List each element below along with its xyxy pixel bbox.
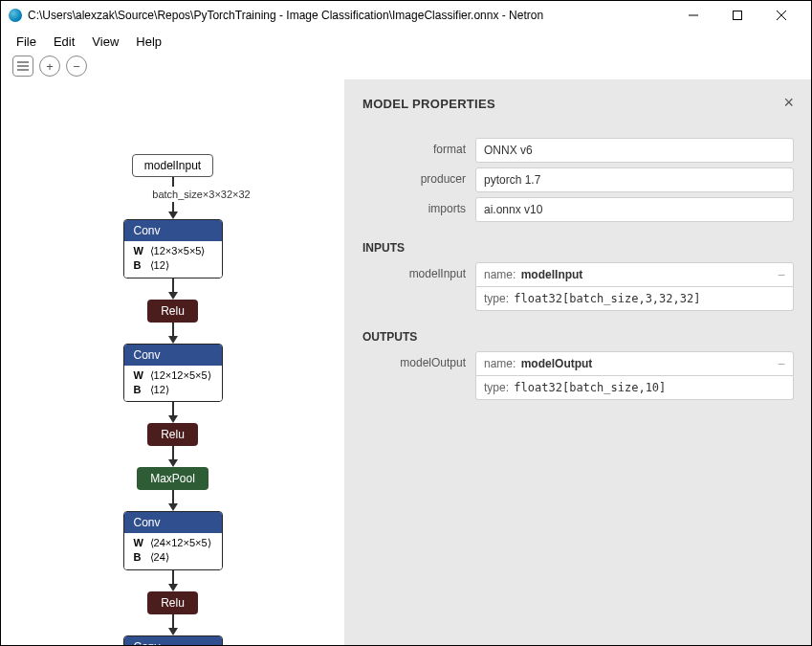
edge [172,177,174,187]
label-modeloutput: modelOutput [362,351,475,369]
layer-body: W ⟨24×12×5×5⟩ B ⟨24⟩ [124,533,222,569]
collapse-icon[interactable]: − [778,267,785,282]
app-icon [9,9,22,22]
layer-title: Conv [124,220,222,241]
minimize-button[interactable] [671,1,715,30]
label-imports: imports [362,197,475,215]
edge [172,570,174,584]
layer-body: W ⟨12×12×5×5⟩ B ⟨12⟩ [124,366,222,402]
section-outputs: OUTPUTS [362,330,794,344]
node-relu3[interactable]: Relu [147,591,198,614]
label-modelinput: modelInput [362,262,475,280]
maximize-button[interactable] [715,1,759,30]
node-relu1[interactable]: Relu [147,300,198,323]
close-button[interactable] [759,1,803,30]
section-inputs: INPUTS [362,241,794,255]
edge [172,278,174,292]
arrowhead-icon [168,628,178,635]
layer-title: Conv [124,636,222,645]
node-relu2[interactable]: Relu [147,423,198,446]
layer-title: Conv [124,512,222,533]
value-producer: pytorch 1.7 [475,167,794,192]
titlebar: C:\Users\alexzak\Source\Repos\PyTorchTra… [1,1,811,30]
node-conv1[interactable]: Conv W ⟨12×3×5×5⟩ B ⟨12⟩ [123,219,223,278]
collapse-icon[interactable]: − [778,356,785,371]
zoom-in-icon[interactable]: + [39,56,60,77]
label-format: format [362,138,475,156]
edge-label: batch_size×3×32×32 [152,189,250,200]
toolbar: + − [1,53,811,79]
window-title: C:\Users\alexzak\Source\Repos\PyTorchTra… [28,9,671,22]
arrowhead-icon [168,336,178,344]
value-input-type: type: float32[batch_size,3,32,32] [475,287,794,311]
zoom-out-icon[interactable]: − [66,56,87,77]
value-input-name: name: modelInput − [475,262,794,287]
window-controls [671,1,803,30]
layer-body: W ⟨12×3×5×5⟩ B ⟨12⟩ [124,241,222,278]
menu-icon[interactable] [12,56,33,77]
edge [172,446,174,459]
edge [172,614,174,628]
menu-edit[interactable]: Edit [46,33,82,51]
menu-view[interactable]: View [84,33,126,51]
svg-rect-1 [734,11,742,20]
arrowhead-icon [168,503,178,511]
value-imports: ai.onnx v10 [475,197,794,222]
value-output-type: type: float32[batch_size,10] [475,376,794,400]
value-output-name: name: modelOutput − [475,351,794,376]
value-format: ONNX v6 [475,138,794,163]
main: modelInput batch_size×3×32×32 Conv W ⟨12… [1,79,811,645]
label-producer: producer [362,167,475,186]
menu-file[interactable]: File [9,33,44,51]
layer-title: Conv [124,345,222,366]
edge [172,323,174,336]
arrowhead-icon [168,459,178,467]
arrowhead-icon [168,292,178,300]
node-conv3[interactable]: Conv W ⟨24×12×5×5⟩ B ⟨24⟩ [123,511,223,570]
node-modelinput[interactable]: modelInput [132,154,213,177]
node-maxpool[interactable]: MaxPool [137,467,208,490]
node-conv4[interactable]: Conv W ⟨24×24×5×5⟩ [123,635,223,645]
arrowhead-icon [168,415,178,423]
graph: modelInput batch_size×3×32×32 Conv W ⟨12… [1,79,344,645]
close-panel-icon[interactable]: × [783,97,794,109]
graph-canvas[interactable]: modelInput batch_size×3×32×32 Conv W ⟨12… [1,79,344,645]
menu-help[interactable]: Help [128,33,169,51]
edge [172,202,174,212]
edge [172,490,174,503]
panel-title: MODEL PROPERTIES [362,97,794,111]
edge [172,402,174,415]
properties-panel: × MODEL PROPERTIES format ONNX v6 produc… [344,79,811,645]
arrowhead-icon [168,584,178,591]
node-conv2[interactable]: Conv W ⟨12×12×5×5⟩ B ⟨12⟩ [123,344,223,403]
arrowhead-icon [168,212,178,219]
menubar: File Edit View Help [1,30,811,53]
